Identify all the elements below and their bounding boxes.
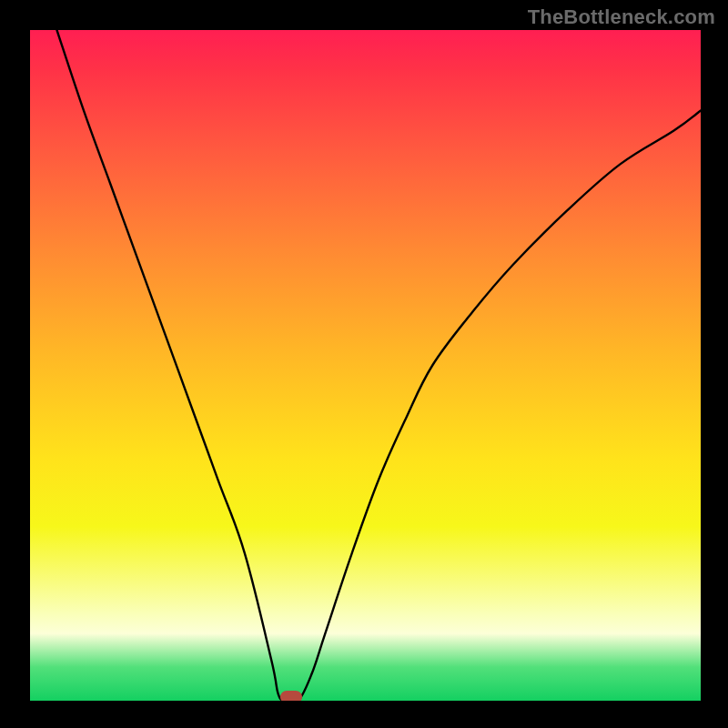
bottleneck-curve <box>30 30 701 701</box>
plot-area <box>30 30 701 701</box>
chart-frame: TheBottleneck.com <box>0 0 728 728</box>
watermark-text: TheBottleneck.com <box>528 5 715 29</box>
minimum-marker <box>280 691 302 701</box>
